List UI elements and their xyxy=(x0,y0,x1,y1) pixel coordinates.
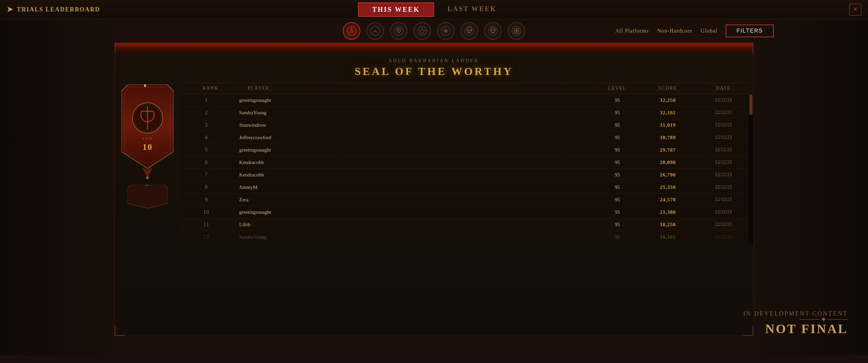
dev-divider xyxy=(743,318,848,321)
date-column-header: Date xyxy=(698,86,749,91)
level-cell: 95 xyxy=(597,147,638,153)
svg-rect-30 xyxy=(146,185,148,186)
svg-point-29 xyxy=(146,176,149,179)
level-cell: 95 xyxy=(597,122,638,128)
level-cell: 95 xyxy=(597,172,638,178)
score-cell: 28,098 xyxy=(638,160,698,165)
ladder-subtitle: SOLO BARBARIAN LADDER xyxy=(115,58,753,64)
left-vignette xyxy=(0,19,114,355)
rank-cell: 2 xyxy=(180,109,232,116)
corner-decoration-tl xyxy=(115,43,125,53)
table-row[interactable]: 4Jeffreycrawford9530,78912/12/23 xyxy=(180,131,749,144)
table-row[interactable]: 9Zera9524,57012/12/23 xyxy=(180,194,749,206)
level-cell: 95 xyxy=(597,110,638,116)
player-cell: Lilith xyxy=(232,222,597,228)
rank-cell: 12 xyxy=(180,234,232,240)
rank-cell: 6 xyxy=(180,159,232,165)
week-tab-group: THIS WEEK LAST WEEK xyxy=(358,2,510,17)
svg-point-12 xyxy=(470,30,471,31)
svg-point-5 xyxy=(397,30,398,31)
all-platforms-filter[interactable]: All Platforms xyxy=(615,28,649,34)
svg-point-15 xyxy=(491,29,493,31)
top10-banner: TOP 10 xyxy=(121,83,174,183)
ladder-title: SEAL OF THE WORTHY xyxy=(115,65,753,78)
rank-cell: 9 xyxy=(180,197,232,203)
rank-cell: 11 xyxy=(180,222,232,228)
level-cell: 95 xyxy=(597,135,638,140)
table-row[interactable]: 12SandraYoung9516,10212/12/23 xyxy=(180,231,749,243)
table-row[interactable]: 5greetingssnaght9529,70712/12/23 xyxy=(180,144,749,156)
class-icon-class6[interactable] xyxy=(461,22,478,40)
svg-point-0 xyxy=(347,27,356,35)
last-week-tab[interactable]: LAST WEEK xyxy=(434,2,510,17)
level-cell: 95 xyxy=(597,185,638,190)
svg-point-1 xyxy=(351,28,352,29)
rank-cell: 10 xyxy=(180,209,232,215)
table-row[interactable]: 10greetingssnaght9521,38012/12/23 xyxy=(180,206,749,219)
player-cell: Stanwindrow xyxy=(232,122,597,128)
class-icon-sorceress[interactable] xyxy=(413,22,431,40)
leaderboard-table-body: 1greetingssnaght9532,25012/12/232SandraY… xyxy=(180,94,749,243)
rank-cell: 5 xyxy=(180,147,232,153)
this-week-tab[interactable]: THIS WEEK xyxy=(358,2,434,17)
scroll-thumb[interactable] xyxy=(749,94,753,114)
class-icon-class8[interactable] xyxy=(508,22,525,40)
player-cell: greetingssnaght xyxy=(232,209,597,215)
score-cell: 32,250 xyxy=(638,97,698,103)
class-icon-rogue[interactable] xyxy=(437,22,455,40)
class-icon-class7[interactable] xyxy=(484,22,502,40)
class-icon-druid[interactable] xyxy=(366,22,384,40)
player-column-header: Player xyxy=(241,86,597,91)
svg-point-16 xyxy=(493,29,495,31)
dev-content-notice: IN DEVELOPMENT CONTENT NOT FINAL xyxy=(743,310,848,336)
date-cell: 12/12/23 xyxy=(698,147,749,153)
svg-point-17 xyxy=(512,27,521,35)
score-cell: 18,250 xyxy=(638,222,698,228)
table-row[interactable]: 6Kendracobb9528,09812/12/23 xyxy=(180,156,749,169)
level-cell: 95 xyxy=(597,234,638,240)
svg-point-13 xyxy=(489,27,497,35)
table-row[interactable]: 11Lilith9518,25012/12/23 xyxy=(180,219,749,231)
svg-point-6 xyxy=(399,30,400,31)
class-icon-necromancer[interactable] xyxy=(390,22,407,40)
table-row[interactable]: 1greetingssnaght9532,25012/12/23 xyxy=(180,94,749,106)
non-hardcore-filter[interactable]: Non-Hardcore xyxy=(657,28,692,34)
date-cell: 12/12/23 xyxy=(698,110,749,115)
score-cell: 30,789 xyxy=(638,135,698,140)
date-cell: 12/12/23 xyxy=(698,135,749,140)
corner-exit-icon[interactable]: ✕ xyxy=(849,4,861,15)
rank-cell: 7 xyxy=(180,172,232,178)
score-cell: 24,570 xyxy=(638,197,698,203)
date-cell: 12/12/23 xyxy=(698,234,749,240)
player-cell: SandraYoung xyxy=(232,110,597,116)
corner-decoration-tr xyxy=(743,43,753,53)
rank-cell: 3 xyxy=(180,122,232,128)
score-cell: 26,790 xyxy=(638,172,698,178)
player-cell: SandraYoung xyxy=(232,234,597,240)
global-filter[interactable]: Global xyxy=(701,28,718,34)
svg-rect-23 xyxy=(144,85,146,87)
table-row[interactable]: 2SandraYoung9532,10212/12/23 xyxy=(180,106,749,119)
app-title: TRIALS LEADERBOARD xyxy=(17,6,100,13)
filter-controls: All Platforms Non-Hardcore Global Filter… xyxy=(615,19,774,43)
svg-point-9 xyxy=(465,27,474,35)
player-cell: Zera xyxy=(232,197,597,203)
scroll-track[interactable] xyxy=(749,94,753,243)
level-cell: 95 xyxy=(597,209,638,215)
table-row[interactable]: 7Kendracobb9526,79012/12/23 xyxy=(180,169,749,181)
score-cell: 29,707 xyxy=(638,147,698,153)
dev-content-top-text: IN DEVELOPMENT CONTENT xyxy=(743,310,848,317)
player-cell: greetingssnaght xyxy=(232,147,597,153)
table-row[interactable]: 3Stanwindrow9531,01912/12/23 xyxy=(180,119,749,131)
filters-button[interactable]: Filters xyxy=(726,25,774,37)
rank-cell: 8 xyxy=(180,184,232,190)
dev-divider-line-right xyxy=(828,319,848,320)
dev-divider-diamond xyxy=(822,317,825,321)
level-cell: 95 xyxy=(597,222,638,228)
date-cell: 12/12/23 xyxy=(698,172,749,177)
svg-text:TOP: TOP xyxy=(142,136,153,140)
table-row[interactable]: 8JimmyM9525,35012/12/23 xyxy=(180,181,749,194)
score-column-header: Score xyxy=(638,86,698,91)
player-cell: JimmyM xyxy=(232,185,597,190)
class-icon-barbarian[interactable] xyxy=(343,22,360,40)
